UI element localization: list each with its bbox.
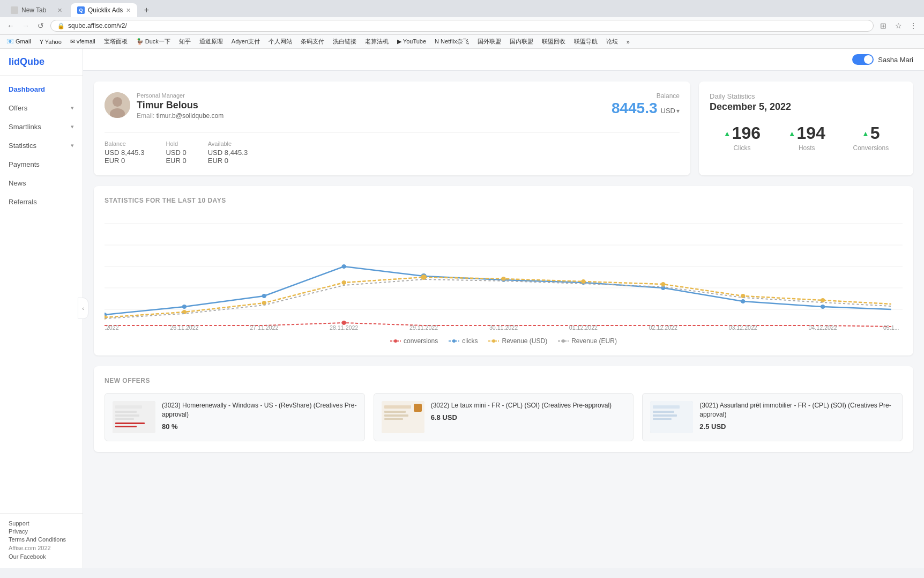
svg-rect-52: [115, 418, 134, 420]
bookmark-gmail[interactable]: 📧 Gmail: [4, 37, 33, 46]
offer-name-3021: (3021) Assurland prêt immobilier - FR - …: [699, 401, 895, 419]
svg-rect-54: [115, 426, 137, 427]
chart-container: 25.11.2022 26.11.2022 27.11.2022 28.11.2…: [105, 213, 903, 331]
bookmark-adyen[interactable]: Adyen支付: [229, 36, 262, 47]
tab-label-1: New Tab: [21, 6, 46, 14]
tab-quicklix[interactable]: Q Quicklix Ads ✕: [71, 3, 137, 17]
legend-conversions: conversions: [390, 337, 438, 345]
sidebar-item-referrals[interactable]: Referrals: [0, 192, 83, 211]
tab-favicon-2: Q: [77, 6, 85, 14]
sidebar-item-smartlinks[interactable]: Smartlinks ▾: [0, 117, 83, 136]
tab-newtab[interactable]: New Tab ✕: [4, 3, 69, 17]
forward-button[interactable]: →: [19, 19, 32, 32]
offer-card-3021[interactable]: (3021) Assurland prêt immobilier - FR - …: [642, 393, 903, 441]
address-bar[interactable]: 🔒 sqube.affise.com/v2/: [50, 20, 874, 32]
balance-detail-label-1: Balance: [105, 140, 144, 147]
bookmark-youtube[interactable]: ▶ YouTube: [395, 37, 428, 46]
back-button[interactable]: ←: [4, 19, 17, 32]
sidebar-label-offers: Offers: [9, 104, 27, 112]
legend-label-revenue-usd: Revenue (USD): [502, 337, 547, 345]
stats-metrics: ▲ 196 Clicks ▲ 194 Hosts: [710, 123, 903, 152]
sidebar-collapse-button[interactable]: ‹: [78, 298, 88, 319]
svg-point-25: [661, 282, 666, 286]
offer-thumbnail-3023: [113, 401, 155, 433]
manager-name: Timur Belous: [137, 100, 223, 111]
tab-close-2[interactable]: ✕: [126, 7, 131, 14]
offers-grid: (3023) Homerenewally - Windows - US - (R…: [105, 393, 903, 441]
nav-right-icons: ⊞ ☆ ⋮: [877, 19, 920, 32]
bookmark-duck[interactable]: 🦆 Duck一下: [134, 36, 173, 47]
bookmark-guowai[interactable]: 国外联盟: [475, 36, 503, 47]
svg-point-41: [394, 339, 397, 343]
sidebar-label-dashboard: Dashboard: [9, 85, 45, 93]
offer-card-3023[interactable]: (3023) Homerenewally - Windows - US - (R…: [105, 393, 365, 441]
balance-detail-eur-3: EUR 0: [208, 157, 248, 165]
svg-point-16: [741, 299, 746, 303]
bookmark-laosuan[interactable]: 老算法机: [363, 36, 391, 47]
new-tab-button[interactable]: +: [139, 3, 153, 17]
bookmark-lianmeng[interactable]: 联盟回收: [540, 36, 568, 47]
legend-label-conversions: conversions: [404, 337, 438, 345]
offer-info-3021: (3021) Assurland prêt immobilier - FR - …: [699, 401, 895, 431]
extensions-icon[interactable]: ⊞: [877, 19, 890, 32]
sidebar-support-link[interactable]: Support: [9, 520, 74, 527]
sidebar-privacy-link[interactable]: Privacy: [9, 528, 74, 535]
offer-card-3022[interactable]: (3022) Le taux mini - FR - (CPL) (SOI) (…: [374, 393, 634, 441]
bookmark-yahoo[interactable]: Y Yahoo: [38, 38, 64, 46]
app-header: Sasha Mari: [83, 49, 924, 71]
nav-bar: ← → ↺ 🔒 sqube.affise.com/v2/ ⊞ ☆ ⋮: [0, 17, 924, 35]
legend-clicks: clicks: [449, 337, 478, 345]
svg-text:05.1...: 05.1...: [883, 325, 899, 331]
offer-thumbnail-3022: [382, 401, 424, 433]
balance-detail-eur-2: EUR 0: [166, 157, 186, 165]
svg-point-9: [182, 305, 187, 309]
bookmarks-bar: 📧 Gmail Y Yahoo ✉ vfemail 宝塔面板 🦆 Duck一下 …: [0, 35, 924, 49]
sidebar-item-news[interactable]: News: [0, 174, 83, 192]
conversions-label: Conversions: [853, 144, 889, 152]
reload-button[interactable]: ↺: [34, 19, 47, 32]
app-container: lidQube Dashboard Offers ▾ Smartlinks ▾ …: [0, 49, 924, 568]
svg-text:02.12.2022: 02.12.2022: [649, 325, 677, 331]
bookmark-more[interactable]: »: [624, 38, 632, 46]
bookmark-xibai[interactable]: 洗白链接: [331, 36, 359, 47]
bookmark-tongdao[interactable]: 通道原理: [197, 36, 225, 47]
bookmark-vfemail[interactable]: ✉ vfemail: [68, 37, 98, 46]
currency-dropdown[interactable]: ▾: [676, 107, 680, 115]
sidebar-bottom: Support Privacy Terms And Conditions Aff…: [0, 513, 83, 568]
metric-conversions: ▲ 5 Conversions: [853, 123, 889, 152]
menu-icon[interactable]: ⋮: [907, 19, 920, 32]
sidebar-item-statistics[interactable]: Statistics ▾: [0, 136, 83, 155]
bookmark-geren[interactable]: 个人网站: [266, 36, 294, 47]
bookmark-lianmeng2[interactable]: 联盟导航: [572, 36, 600, 47]
legend-revenue-eur: Revenue (EUR): [558, 337, 617, 345]
balance-item-hold: Hold USD 0 EUR 0: [166, 140, 186, 165]
star-icon[interactable]: ☆: [892, 19, 905, 32]
svg-rect-53: [115, 423, 145, 424]
bookmark-guonei[interactable]: 国内联盟: [508, 36, 535, 47]
metric-hosts: ▲ 194 Hosts: [788, 123, 825, 152]
chevron-down-icon-3: ▾: [71, 142, 74, 149]
bookmark-baota[interactable]: 宝塔面板: [102, 36, 130, 47]
svg-text:26.11.2022: 26.11.2022: [170, 325, 198, 331]
clicks-label: Clicks: [724, 144, 761, 152]
sidebar-terms-link[interactable]: Terms And Conditions: [9, 536, 74, 543]
bookmark-netflix[interactable]: N Netflix奈飞: [433, 36, 471, 47]
legend-revenue-usd: Revenue (USD): [488, 337, 547, 345]
balance-detail-eur-1: EUR 0: [105, 157, 144, 165]
sidebar-item-payments[interactable]: Payments: [0, 155, 83, 174]
sidebar-item-dashboard[interactable]: Dashboard: [0, 80, 83, 99]
nav-icons: ← → ↺: [4, 19, 47, 32]
bookmark-luntan[interactable]: 论坛: [604, 36, 620, 47]
manager-email: Email: timur.b@solidqube.com: [137, 112, 223, 120]
conversions-trend-icon: ▲: [862, 129, 869, 138]
balance-label: Balance: [612, 92, 680, 100]
chevron-down-icon: ▾: [71, 105, 74, 112]
offer-info-3022: (3022) Le taux mini - FR - (CPL) (SOI) (…: [431, 401, 626, 421]
toggle-switch[interactable]: [852, 54, 874, 65]
sidebar-label-statistics: Statistics: [9, 142, 36, 150]
tab-close-1[interactable]: ✕: [57, 7, 62, 14]
sidebar-item-offers[interactable]: Offers ▾: [0, 99, 83, 117]
bookmark-tiaoma[interactable]: 条码支付: [299, 36, 326, 47]
sidebar-facebook-link[interactable]: Our Facebook: [9, 553, 74, 560]
bookmark-zhihu[interactable]: 知乎: [177, 36, 193, 47]
